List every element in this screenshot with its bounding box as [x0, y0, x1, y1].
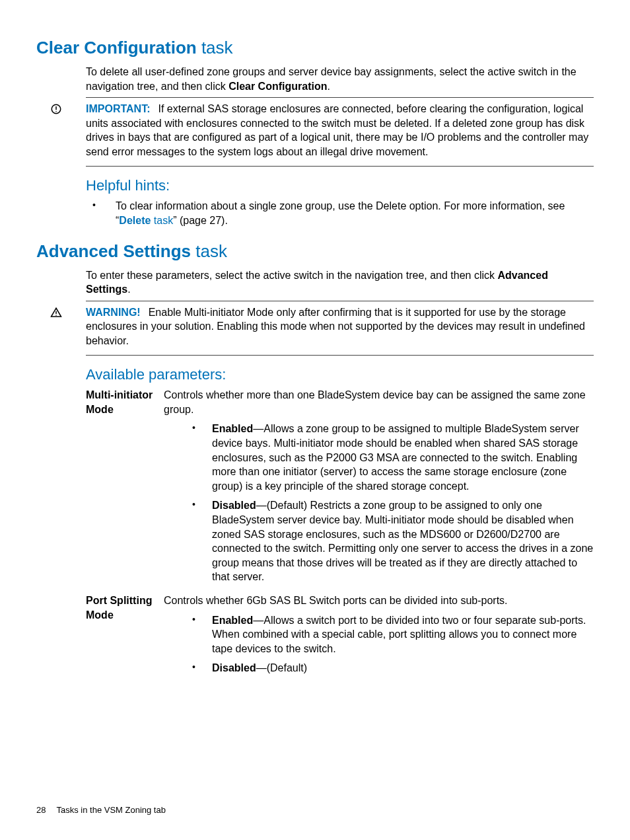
heading-clear-configuration-task: Clear Configuration task [36, 36, 594, 59]
divider [86, 355, 594, 356]
crossref-link[interactable]: Delete task [119, 215, 173, 226]
param-option-disabled: Disabled—(Default) Restricts a zone grou… [180, 498, 594, 584]
param-definition: Controls whether more than one BladeSyst… [164, 388, 594, 590]
svg-point-2 [55, 111, 57, 112]
subheading-helpful-hints: Helpful hints: [86, 176, 594, 196]
heading-rest: task [191, 241, 227, 261]
param-option-enabled: Enabled—Allows a zone group to be assign… [180, 422, 594, 493]
hint-item: To clear information about a single zone… [116, 199, 594, 227]
clear-config-intro: To delete all user-defined zone groups a… [86, 65, 594, 93]
option-label: Enabled [212, 615, 253, 626]
subheading-available-parameters: Available parameters: [86, 365, 594, 385]
warning-body: Enable Multi-initiator Mode only after c… [86, 307, 585, 346]
param-port-splitting-mode: Port Splitting Mode Controls whether 6Gb… [86, 593, 594, 681]
intro-text-click-target: Clear Configuration [228, 81, 327, 92]
param-desc: Controls whether more than one BladeSyst… [164, 388, 594, 416]
param-term: Port Splitting Mode [86, 593, 164, 622]
warning-label: WARNING! [86, 307, 141, 318]
param-option-enabled: Enabled—Allows a switch port to be divid… [180, 613, 594, 656]
advanced-settings-intro: To enter these parameters, select the ac… [86, 268, 594, 297]
option-body: —Allows a switch port to be divided into… [212, 615, 586, 654]
option-label: Enabled [212, 423, 253, 434]
param-option-disabled: Disabled—(Default) [180, 661, 594, 675]
param-desc: Controls whether 6Gb SAS BL Switch ports… [164, 593, 594, 608]
param-multi-initiator-mode: Multi-initiator Mode Controls whether mo… [86, 388, 594, 590]
important-admonition: IMPORTANT:If external SAS storage enclos… [36, 102, 594, 161]
intro-text-a: To enter these parameters, select the ac… [86, 270, 497, 281]
warning-admonition: WARNING!Enable Multi-initiator Mode only… [36, 305, 594, 351]
crossref-bold: Delete [119, 215, 151, 226]
divider [86, 97, 594, 98]
hint-text-b: ” (page 27). [173, 215, 228, 226]
option-body: —(Default) Restricts a zone group to be … [212, 500, 593, 582]
heading-bold: Clear Configuration [36, 38, 197, 57]
heading-rest: task [197, 38, 233, 57]
important-body: If external SAS storage enclosures are c… [86, 103, 588, 157]
important-icon [36, 102, 76, 119]
page-footer: 28Tasks in the VSM Zoning tab [36, 804, 166, 816]
param-definition: Controls whether 6Gb SAS BL Switch ports… [164, 593, 594, 681]
page-number: 28 [36, 805, 46, 815]
intro-text-a: To delete all user-defined zone groups a… [86, 66, 577, 92]
param-options-list: Enabled—Allows a zone group to be assign… [180, 422, 594, 584]
hints-list: To clear information about a single zone… [86, 199, 594, 227]
divider [86, 166, 594, 167]
intro-text-c: . [127, 284, 130, 295]
param-term: Multi-initiator Mode [86, 388, 164, 416]
intro-text-c: . [327, 81, 330, 92]
page-container: Clear Configuration task To delete all u… [0, 0, 630, 840]
heading-bold: Advanced Settings [36, 241, 191, 261]
crossref-rest: task [151, 215, 173, 226]
option-body: —Allows a zone group to be assigned to m… [212, 423, 579, 491]
option-label: Disabled [212, 500, 256, 511]
heading-advanced-settings-task: Advanced Settings task [36, 240, 594, 263]
param-options-list: Enabled—Allows a switch port to be divid… [180, 613, 594, 675]
divider [86, 301, 594, 301]
warning-icon [36, 305, 76, 323]
option-label: Disabled [212, 662, 256, 673]
svg-point-5 [55, 315, 57, 316]
important-label: IMPORTANT: [86, 103, 150, 114]
option-body: —(Default) [256, 662, 307, 673]
chapter-title: Tasks in the VSM Zoning tab [56, 805, 165, 815]
